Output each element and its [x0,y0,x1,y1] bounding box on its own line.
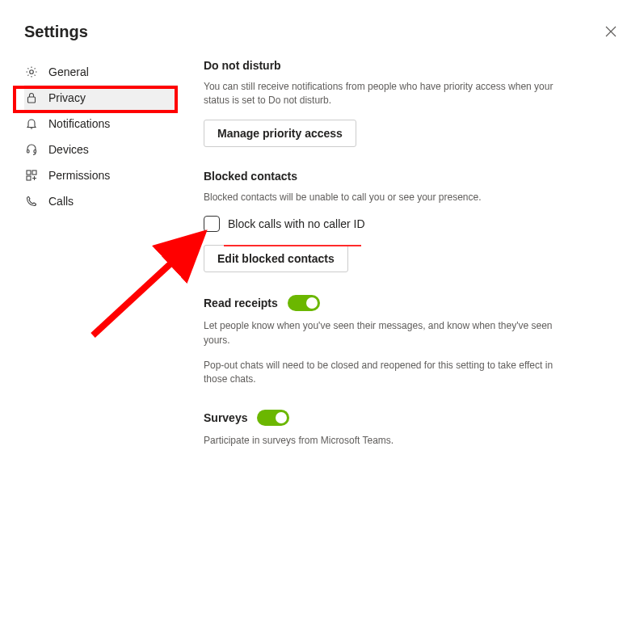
section-blocked-contacts: Blocked contacts Blocked contacts will b… [204,170,558,272]
blocked-title: Blocked contacts [204,170,558,183]
sidebar-item-label: Calls [48,195,74,208]
settings-sidebar: General Privacy Notifications [24,59,178,459]
sidebar-item-devices[interactable]: Devices [24,137,178,162]
read-receipts-toggle[interactable] [288,295,320,311]
svg-rect-5 [32,170,36,175]
block-no-caller-id-label: Block calls with no caller ID [228,217,365,230]
surveys-title: Surveys [204,411,247,424]
svg-rect-4 [27,170,31,175]
gear-icon [24,65,39,79]
read-receipts-desc-1: Let people know when you've seen their m… [204,319,558,347]
sidebar-item-permissions[interactable]: Permissions [24,162,178,188]
dnd-title: Do not disturb [204,59,558,72]
svg-rect-3 [34,150,36,154]
close-button[interactable] [602,23,620,40]
sidebar-item-notifications[interactable]: Notifications [24,111,178,137]
close-icon [605,26,617,37]
section-surveys: Surveys Participate in surveys from Micr… [204,410,558,448]
surveys-toggle[interactable] [257,410,289,426]
dnd-description: You can still receive notifications from… [204,80,558,108]
svg-point-0 [30,70,34,74]
section-read-receipts: Read receipts Let people know when you'v… [204,295,558,387]
svg-rect-1 [28,97,36,103]
sidebar-item-privacy[interactable]: Privacy [24,85,178,111]
headset-icon [24,142,39,157]
apps-icon [24,168,39,183]
sidebar-item-label: Devices [48,143,89,156]
lock-icon [24,90,39,105]
sidebar-item-label: Privacy [48,91,86,104]
svg-rect-6 [27,176,31,180]
svg-rect-2 [27,150,30,154]
block-no-caller-id-checkbox[interactable] [204,216,220,232]
sidebar-item-general[interactable]: General [24,59,178,85]
edit-blocked-contacts-button[interactable]: Edit blocked contacts [204,245,348,272]
phone-icon [24,194,39,208]
settings-main: Do not disturb You can still receive not… [178,59,558,459]
manage-priority-access-button[interactable]: Manage priority access [204,120,356,147]
read-receipts-title: Read receipts [204,297,278,309]
sidebar-item-label: Permissions [48,169,110,182]
sidebar-item-label: Notifications [48,117,110,130]
section-do-not-disturb: Do not disturb You can still receive not… [204,59,558,147]
sidebar-item-label: General [48,65,89,78]
read-receipts-desc-2: Pop-out chats will need to be closed and… [204,359,558,387]
blocked-description: Blocked contacts will be unable to call … [204,191,558,204]
bell-icon [24,116,39,131]
sidebar-item-calls[interactable]: Calls [24,188,178,214]
page-title: Settings [24,23,88,41]
surveys-description: Participate in surveys from Microsoft Te… [204,434,558,448]
